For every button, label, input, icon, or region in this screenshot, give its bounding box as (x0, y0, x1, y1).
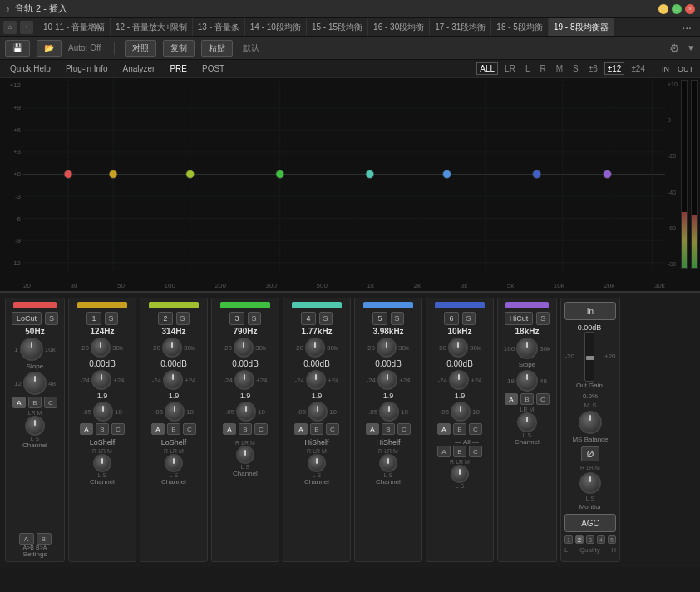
band4-width-knob[interactable] (308, 402, 328, 422)
compare-btn[interactable]: 对照 (125, 40, 156, 57)
tab-19[interactable]: 19 - 8段均衡器 (549, 18, 614, 37)
tab-13[interactable]: 13 - 音量条 (193, 18, 245, 37)
band1-gain-knob[interactable] (91, 370, 111, 390)
ch-m-btn[interactable]: M (553, 62, 566, 75)
ch-lr-btn[interactable]: LR (501, 62, 519, 75)
tab-icon-home[interactable]: ⌂ (3, 21, 17, 34)
band4-abc-b[interactable]: B (310, 423, 323, 435)
band3-width-knob[interactable] (236, 402, 256, 422)
band3-channel-knob[interactable] (236, 446, 254, 464)
locut-name-btn[interactable]: LoCut (12, 312, 42, 325)
band4-freq-knob[interactable] (305, 338, 325, 358)
plugin-info-btn[interactable]: Plug-in Info (62, 62, 111, 75)
band5-name-btn[interactable]: 5 (372, 312, 387, 325)
band6-abc-a[interactable]: A (437, 423, 451, 435)
tab-18[interactable]: 18 - 5段均衡 (491, 18, 549, 37)
maximize-btn[interactable]: □ (672, 4, 682, 14)
pre-btn[interactable]: PRE (166, 62, 190, 75)
band5-gain-knob[interactable] (377, 370, 397, 390)
band3-solo-btn[interactable]: S (248, 312, 261, 325)
band6-solo-btn[interactable]: S (462, 312, 476, 325)
band2-name-btn[interactable]: 2 (158, 312, 172, 325)
open-btn[interactable]: 📂 (37, 40, 62, 57)
band6-channel-knob[interactable] (451, 465, 469, 483)
band3-abc-c[interactable]: C (254, 423, 268, 435)
band1-abc-c[interactable]: C (111, 423, 125, 435)
band4-name-btn[interactable]: 4 (301, 312, 315, 325)
tab-16[interactable]: 16 - 30段均衡 (368, 18, 430, 37)
band5-freq-knob[interactable] (377, 338, 397, 358)
band6-freq-knob[interactable] (448, 338, 468, 358)
band1-abc-a[interactable]: A (80, 423, 93, 435)
band2-gain-knob[interactable] (163, 370, 183, 390)
tab-17[interactable]: 17 - 31段均衡 (430, 18, 491, 37)
band6-name-btn[interactable]: 6 (444, 312, 458, 325)
band3-abc-a[interactable]: A (223, 423, 236, 435)
range-pm24-btn[interactable]: ±24 (628, 62, 648, 75)
band1-freq-knob[interactable] (91, 338, 111, 358)
band1-solo-btn[interactable]: S (105, 312, 118, 325)
locut-freq-knob[interactable] (20, 338, 43, 361)
post-btn[interactable]: POST (199, 62, 228, 75)
band2-channel-knob[interactable] (165, 454, 183, 472)
tab-14[interactable]: 14 - 10段均衡 (245, 18, 307, 37)
minimize-btn[interactable]: − (658, 4, 668, 14)
band6-all-abc-a[interactable]: A (437, 446, 451, 457)
phase-btn[interactable]: Ø (581, 446, 599, 461)
locut-solo-btn[interactable]: S (45, 312, 58, 325)
band6-all-abc-b[interactable]: B (453, 446, 466, 457)
locut-ab-transfer[interactable]: A>B B>A (23, 545, 47, 550)
band5-channel-knob[interactable] (379, 454, 397, 472)
hicut-name-btn[interactable]: HiCut (505, 312, 534, 325)
eq-grid-area[interactable] (23, 78, 665, 270)
band1-name-btn[interactable]: 1 (86, 312, 101, 325)
hicut-abc-a[interactable]: A (505, 393, 518, 405)
out-gain-slider[interactable] (584, 332, 594, 382)
locut-ab-a[interactable]: A (19, 533, 34, 545)
hicut-solo-btn[interactable]: S (536, 312, 550, 325)
locut-abc-a[interactable]: A (12, 397, 26, 408)
band2-solo-btn[interactable]: S (176, 312, 190, 325)
band2-width-knob[interactable] (165, 402, 185, 422)
band6-all-abc-c[interactable]: C (469, 446, 482, 457)
locut-abc-b[interactable]: B (28, 397, 42, 408)
band4-abc-a[interactable]: A (294, 423, 308, 435)
band3-name-btn[interactable]: 3 (229, 312, 244, 325)
copy-btn[interactable]: 复制 (163, 40, 195, 57)
band5-abc-b[interactable]: B (382, 423, 395, 435)
quality-3[interactable]: 3 (586, 535, 594, 544)
locut-channel-knob[interactable] (25, 416, 45, 436)
locut-ab-b[interactable]: B (37, 533, 52, 545)
range-pm12-btn[interactable]: ±12 (604, 62, 625, 75)
band3-abc-b[interactable]: B (239, 423, 252, 435)
hicut-freq-knob[interactable] (516, 338, 538, 359)
band6-abc-b[interactable]: B (453, 423, 466, 435)
locut-abc-c[interactable]: C (44, 397, 57, 408)
quality-2[interactable]: 2 (575, 535, 584, 544)
ch-r-btn[interactable]: R (536, 62, 549, 75)
tab-more-btn[interactable]: ··· (677, 21, 697, 34)
band2-abc-c[interactable]: C (183, 423, 196, 435)
gear-icon[interactable]: ⚙ (669, 42, 680, 55)
band3-freq-knob[interactable] (234, 338, 254, 358)
quality-4[interactable]: 4 (597, 535, 605, 544)
band6-abc-c[interactable]: C (469, 423, 482, 435)
band5-abc-c[interactable]: C (397, 423, 411, 435)
ch-s-btn[interactable]: S (569, 62, 582, 75)
monitor-knob[interactable] (579, 472, 601, 494)
hicut-slope-knob[interactable] (516, 370, 538, 392)
band4-gain-knob[interactable] (306, 370, 326, 390)
band6-gain-knob[interactable] (449, 370, 469, 390)
band2-abc-a[interactable]: A (151, 423, 165, 435)
band5-abc-a[interactable]: A (366, 423, 379, 435)
tab-10-11[interactable]: 10 11 - 音量增幅 (38, 18, 111, 37)
band2-freq-knob[interactable] (162, 338, 182, 358)
band4-solo-btn[interactable]: S (319, 312, 333, 325)
hicut-channel-knob[interactable] (517, 412, 537, 432)
paste-btn[interactable]: 粘贴 (201, 40, 233, 57)
locut-slope-knob[interactable] (23, 372, 47, 395)
tab-12[interactable]: 12 - 音量放大+限制 (111, 18, 193, 37)
save-a-btn[interactable]: 💾 (5, 40, 30, 57)
quality-5[interactable]: 5 (608, 535, 616, 544)
band5-solo-btn[interactable]: S (391, 312, 404, 325)
